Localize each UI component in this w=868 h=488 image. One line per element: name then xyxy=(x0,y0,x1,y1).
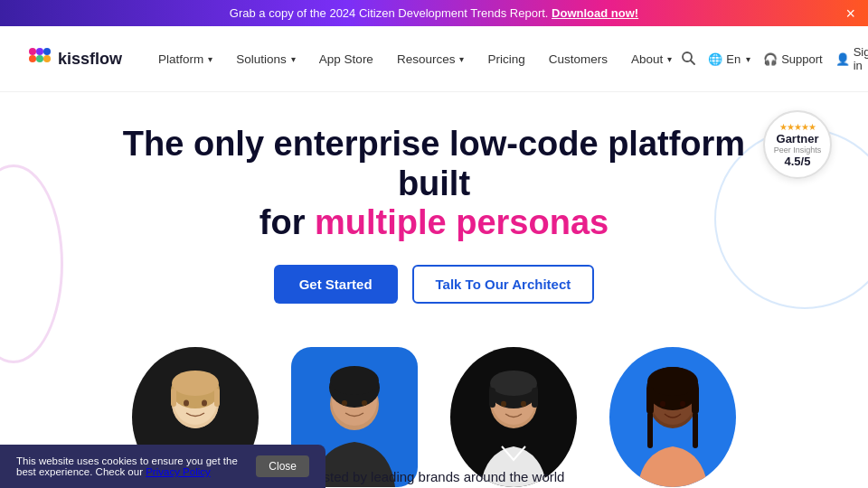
nav-links: Platform ▾ Solutions ▾ App Store Resourc… xyxy=(149,47,681,71)
support-label: Support xyxy=(781,52,823,66)
svg-rect-14 xyxy=(214,389,220,407)
globe-icon: 🌐 xyxy=(708,52,722,66)
hero-buttons: Get Started Talk To Our Architect xyxy=(18,265,850,304)
nav-resources[interactable]: Resources ▾ xyxy=(388,47,474,71)
gartner-stars: ★★★★★ xyxy=(779,122,816,132)
chevron-down-icon: ▾ xyxy=(667,54,672,64)
nav-about[interactable]: About ▾ xyxy=(622,47,681,71)
svg-point-26 xyxy=(490,371,537,396)
person-silhouette xyxy=(464,356,563,487)
cookie-banner: This website uses cookies to ensure you … xyxy=(0,445,326,488)
svg-point-34 xyxy=(647,367,698,396)
logo-text: kissflow xyxy=(58,50,122,69)
persona-business-users: Business Users xyxy=(609,347,736,488)
persona-process-owners-image xyxy=(450,347,577,487)
banner-text: Grab a copy of the 2024 Citizen Developm… xyxy=(230,6,549,20)
persona-process-owners: Process Owners xyxy=(450,347,577,488)
svg-rect-13 xyxy=(171,389,176,407)
svg-point-5 xyxy=(43,55,51,62)
svg-rect-27 xyxy=(489,388,495,408)
nav-pricing[interactable]: Pricing xyxy=(478,47,533,71)
svg-point-39 xyxy=(660,401,665,407)
privacy-policy-link[interactable]: Privacy Policy xyxy=(146,466,211,477)
svg-rect-28 xyxy=(532,388,538,408)
svg-rect-37 xyxy=(647,412,653,448)
hero-get-started-button[interactable]: Get Started xyxy=(274,265,398,304)
banner-link[interactable]: Download now! xyxy=(552,6,638,20)
user-icon: 👤 xyxy=(835,52,850,66)
svg-point-40 xyxy=(680,401,685,407)
nav-solutions[interactable]: Solutions ▾ xyxy=(227,47,305,71)
chevron-down-icon: ▾ xyxy=(746,54,750,64)
svg-rect-38 xyxy=(693,412,698,448)
language-selector[interactable]: 🌐 En ▾ xyxy=(708,52,750,66)
banner-close-button[interactable]: × xyxy=(845,5,855,22)
chevron-down-icon: ▾ xyxy=(208,54,212,64)
trusted-text: Trusted by leading brands around the wor… xyxy=(304,469,565,484)
sign-in-label: Sign in xyxy=(854,45,868,72)
persona-business-users-image xyxy=(609,347,736,487)
hero-section: The only enterprise low-code platform bu… xyxy=(0,92,868,488)
svg-point-21 xyxy=(342,400,347,406)
gartner-badge: ★★★★★ Gartner Peer Insights 4.5/5 xyxy=(763,110,832,179)
headset-icon: 🎧 xyxy=(763,52,778,66)
search-button[interactable] xyxy=(681,51,695,68)
hero-headline: The only enterprise low-code platform bu… xyxy=(118,125,750,243)
hero-headline-line2-prefix: for xyxy=(259,203,315,241)
nav-right: 🌐 En ▾ 🎧 Support 👤 Sign in Get Started xyxy=(681,37,868,80)
gartner-sub: Peer Insights xyxy=(774,145,822,155)
svg-rect-35 xyxy=(646,387,654,414)
svg-point-30 xyxy=(521,401,526,407)
logo-icon xyxy=(27,46,52,71)
svg-point-0 xyxy=(29,48,36,55)
hero-headline-highlight: multiple personas xyxy=(315,203,609,241)
main-nav: kissflow Platform ▾ Solutions ▾ App Stor… xyxy=(0,26,868,92)
svg-point-12 xyxy=(172,371,219,396)
nav-platform[interactable]: Platform ▾ xyxy=(149,47,222,71)
svg-point-16 xyxy=(202,400,207,407)
sign-in-link[interactable]: 👤 Sign in xyxy=(835,45,868,72)
chevron-down-icon: ▾ xyxy=(459,54,464,64)
logo[interactable]: kissflow xyxy=(27,46,122,71)
svg-point-15 xyxy=(184,400,189,407)
svg-point-22 xyxy=(362,400,367,406)
cookie-close-button[interactable]: Close xyxy=(256,455,309,477)
search-icon xyxy=(681,51,695,65)
hero-talk-architect-button[interactable]: Talk To Our Architect xyxy=(412,265,595,304)
nav-customers[interactable]: Customers xyxy=(540,47,617,71)
svg-point-3 xyxy=(29,55,36,62)
svg-point-29 xyxy=(501,401,506,407)
language-label: En xyxy=(726,52,741,66)
announcement-banner: Grab a copy of the 2024 Citizen Developm… xyxy=(0,0,868,26)
svg-line-7 xyxy=(691,61,694,64)
trusted-section-heading: Trusted by leading brands around the wor… xyxy=(304,469,565,484)
cookie-text: This website uses cookies to ensure you … xyxy=(16,455,243,477)
svg-point-1 xyxy=(36,48,43,55)
svg-point-20 xyxy=(330,366,379,395)
svg-point-2 xyxy=(43,48,51,55)
gartner-score: 4.5/5 xyxy=(785,155,811,168)
svg-rect-36 xyxy=(692,387,699,414)
hero-content: The only enterprise low-code platform bu… xyxy=(0,92,868,322)
gartner-name: Gartner xyxy=(777,132,819,145)
person-silhouette xyxy=(623,356,722,487)
support-link[interactable]: 🎧 Support xyxy=(763,52,823,66)
svg-point-4 xyxy=(36,55,43,62)
hero-headline-line1: The only enterprise low-code platform bu… xyxy=(123,125,745,202)
nav-app-store[interactable]: App Store xyxy=(310,47,382,71)
chevron-down-icon: ▾ xyxy=(291,54,296,64)
